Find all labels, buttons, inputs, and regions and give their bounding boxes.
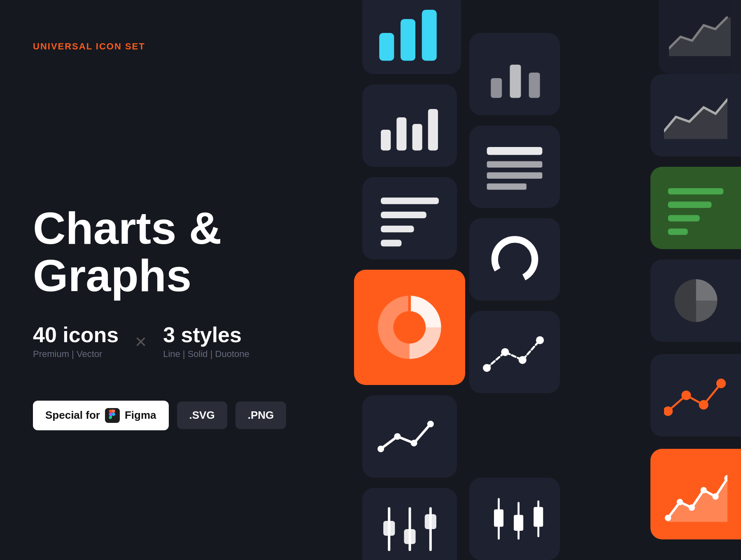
left-section: Charts & Graphs 40 icons Premium | Vecto… xyxy=(33,0,321,560)
svg-rect-9 xyxy=(381,212,426,218)
svg-rect-30 xyxy=(487,172,543,178)
svg-point-18 xyxy=(427,421,433,427)
svg-rect-1 xyxy=(379,33,394,61)
bar-chart-cyan-tile xyxy=(362,0,461,74)
png-badge[interactable]: .PNG xyxy=(235,401,287,429)
footer-badges: Special for Figma .SVG .PNG xyxy=(33,401,321,430)
area-chart-top-tile xyxy=(659,0,741,74)
pie-gray-tile xyxy=(650,259,741,342)
icons-stat: 40 icons Premium | Vector xyxy=(33,324,119,359)
figma-logo-icon xyxy=(105,408,120,423)
svg-rect-29 xyxy=(487,161,543,168)
svg-point-50 xyxy=(665,515,671,521)
list-green-tile xyxy=(650,167,741,249)
svg-point-16 xyxy=(394,433,401,440)
hero-title: Charts & Graphs xyxy=(33,204,321,299)
svg-point-51 xyxy=(677,499,683,505)
svg-rect-44 xyxy=(668,215,700,221)
figma-prefix: Special for xyxy=(45,409,100,422)
icons-subtitle: Premium | Vector xyxy=(33,349,119,359)
svg-rect-43 xyxy=(668,202,712,208)
styles-count: 3 styles xyxy=(163,324,249,345)
svg-rect-8 xyxy=(381,198,439,204)
svg-rect-4 xyxy=(381,130,391,150)
svg-point-47 xyxy=(681,390,691,400)
svg-point-33 xyxy=(501,348,509,356)
svg-rect-7 xyxy=(428,109,438,151)
svg-rect-10 xyxy=(381,226,414,232)
svg-rect-42 xyxy=(668,188,724,194)
bar-chart-3-tile xyxy=(469,33,560,115)
svg-point-13 xyxy=(394,311,426,344)
svg-badge[interactable]: .SVG xyxy=(177,401,227,429)
bar-chart-tile xyxy=(362,84,457,167)
styles-subtitle: Line | Solid | Duotone xyxy=(163,349,249,359)
svg-rect-26 xyxy=(510,65,521,98)
list-chart-tile xyxy=(362,177,457,259)
svg-rect-27 xyxy=(529,72,540,98)
icons-count: 40 icons xyxy=(33,324,119,345)
svg-point-15 xyxy=(377,446,384,452)
svg-rect-37 xyxy=(494,509,503,527)
svg-rect-41 xyxy=(534,507,543,527)
stats-row: 40 icons Premium | Vector × 3 styles Lin… xyxy=(33,324,321,359)
dot-orange-tile xyxy=(650,354,741,436)
svg-rect-31 xyxy=(487,183,527,189)
svg-rect-45 xyxy=(668,229,688,235)
svg-rect-3 xyxy=(422,10,437,61)
figma-name: Figma xyxy=(125,409,156,422)
filter-chart-tile xyxy=(362,488,457,560)
area-chart-right-tile xyxy=(650,74,741,156)
svg-rect-6 xyxy=(412,124,422,150)
svg-rect-5 xyxy=(396,117,406,151)
svg-point-48 xyxy=(699,400,708,410)
donut-chart-tile xyxy=(469,218,560,301)
stat-divider: × xyxy=(135,330,147,353)
svg-rect-25 xyxy=(491,78,502,98)
line-chart-tile xyxy=(362,395,457,478)
svg-rect-24 xyxy=(424,514,436,529)
svg-rect-22 xyxy=(404,529,415,544)
svg-point-32 xyxy=(483,364,491,372)
svg-point-17 xyxy=(410,440,417,446)
svg-rect-2 xyxy=(401,19,415,61)
svg-rect-39 xyxy=(514,515,523,531)
svg-point-52 xyxy=(689,504,695,511)
svg-point-54 xyxy=(712,493,718,499)
orange-scatter-tile xyxy=(650,449,741,539)
styles-stat: 3 styles Line | Solid | Duotone xyxy=(163,324,249,359)
dot-line-tile xyxy=(469,311,560,393)
figma-badge[interactable]: Special for Figma xyxy=(33,401,169,430)
svg-point-53 xyxy=(701,487,707,493)
svg-point-34 xyxy=(519,356,527,364)
pie-chart-main-tile xyxy=(354,270,465,385)
svg-point-49 xyxy=(716,379,726,388)
candle-chart-tile xyxy=(469,478,560,560)
svg-rect-28 xyxy=(487,147,543,155)
icon-grid xyxy=(329,0,741,560)
table-chart-tile xyxy=(469,126,560,208)
svg-point-35 xyxy=(536,336,544,344)
svg-rect-20 xyxy=(383,521,395,536)
svg-rect-11 xyxy=(381,240,401,246)
